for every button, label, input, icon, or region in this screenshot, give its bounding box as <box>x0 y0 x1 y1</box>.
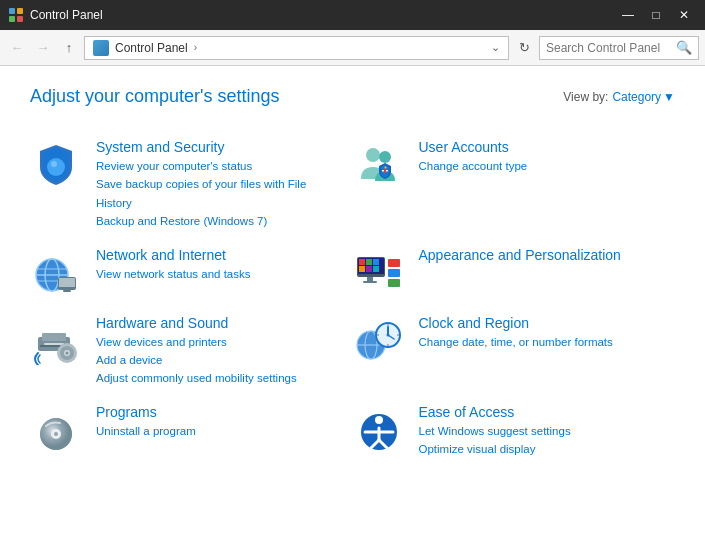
viewby-value[interactable]: Category ▼ <box>612 90 675 104</box>
svg-rect-1 <box>17 8 23 14</box>
clock-region-link-1[interactable]: Change date, time, or number formats <box>419 333 666 351</box>
system-security-link-2[interactable]: Save backup copies of your files with Fi… <box>96 175 343 212</box>
titlebar-buttons: — □ ✕ <box>615 5 697 25</box>
programs-link-1[interactable]: Uninstall a program <box>96 422 343 440</box>
system-security-link-3[interactable]: Backup and Restore (Windows 7) <box>96 212 343 230</box>
svg-point-6 <box>366 148 380 162</box>
ease-of-access-icon <box>353 404 405 456</box>
address-box[interactable]: Control Panel › ⌄ <box>84 36 509 60</box>
appearance-icon <box>353 247 405 299</box>
system-security-text: System and Security Review your computer… <box>96 139 343 231</box>
programs-text: Programs Uninstall a program <box>96 404 343 440</box>
svg-rect-32 <box>388 279 400 287</box>
viewby-label: View by: <box>563 90 608 104</box>
category-network-internet[interactable]: Network and Internet View network status… <box>30 239 353 307</box>
main-content: Adjust your computer's settings View by:… <box>0 66 705 548</box>
svg-point-10 <box>384 167 386 169</box>
svg-rect-2 <box>9 16 15 22</box>
svg-rect-30 <box>388 259 400 267</box>
svg-point-40 <box>66 351 69 354</box>
titlebar: Control Panel — □ ✕ <box>0 0 705 30</box>
address-arrow: › <box>194 42 197 53</box>
svg-rect-29 <box>363 281 377 283</box>
category-system-security[interactable]: System and Security Review your computer… <box>30 131 353 239</box>
network-internet-icon <box>30 247 82 299</box>
category-ease-of-access[interactable]: Ease of Access Let Windows suggest setti… <box>353 396 676 467</box>
svg-rect-23 <box>366 259 372 265</box>
network-internet-link-1[interactable]: View network status and tasks <box>96 265 343 283</box>
search-input[interactable] <box>546 41 672 55</box>
clock-region-name[interactable]: Clock and Region <box>419 315 666 331</box>
user-accounts-link-1[interactable]: Change account type <box>419 157 666 175</box>
svg-point-4 <box>47 158 65 176</box>
user-accounts-text: User Accounts Change account type <box>419 139 666 175</box>
user-accounts-icon <box>353 139 405 191</box>
appearance-text: Appearance and Personalization <box>419 247 666 265</box>
svg-rect-9 <box>384 168 386 173</box>
category-clock-region[interactable]: Clock and Region Change date, time, or n… <box>353 307 676 396</box>
svg-rect-22 <box>359 259 365 265</box>
refresh-button[interactable]: ↻ <box>513 37 535 59</box>
network-internet-text: Network and Internet View network status… <box>96 247 343 283</box>
svg-point-5 <box>51 161 57 167</box>
page-title: Adjust your computer's settings <box>30 86 280 107</box>
system-security-icon <box>30 139 82 191</box>
svg-rect-27 <box>373 266 379 272</box>
ease-of-access-name[interactable]: Ease of Access <box>419 404 666 420</box>
address-icon <box>93 40 109 56</box>
hardware-sound-link-3[interactable]: Adjust commonly used mobility settings <box>96 369 343 387</box>
network-internet-name[interactable]: Network and Internet <box>96 247 343 263</box>
category-appearance[interactable]: Appearance and Personalization <box>353 239 676 307</box>
svg-rect-26 <box>366 266 372 272</box>
category-hardware-sound[interactable]: Hardware and Sound View devices and prin… <box>30 307 353 396</box>
maximize-button[interactable]: □ <box>643 5 669 25</box>
hardware-sound-icon <box>30 315 82 367</box>
svg-rect-0 <box>9 8 15 14</box>
ease-of-access-text: Ease of Access Let Windows suggest setti… <box>419 404 666 459</box>
viewby-control: View by: Category ▼ <box>563 90 675 104</box>
page-header: Adjust your computer's settings View by:… <box>30 86 675 107</box>
svg-rect-28 <box>367 277 373 281</box>
titlebar-title: Control Panel <box>30 8 615 22</box>
svg-point-58 <box>375 416 383 424</box>
svg-rect-19 <box>63 290 71 292</box>
system-security-link-1[interactable]: Review your computer's status <box>96 157 343 175</box>
minimize-button[interactable]: — <box>615 5 641 25</box>
svg-point-7 <box>379 151 391 163</box>
user-accounts-name[interactable]: User Accounts <box>419 139 666 155</box>
back-button[interactable]: ← <box>6 37 28 59</box>
clock-region-icon <box>353 315 405 367</box>
clock-region-text: Clock and Region Change date, time, or n… <box>419 315 666 351</box>
up-button[interactable]: ↑ <box>58 37 80 59</box>
programs-icon <box>30 404 82 456</box>
svg-rect-36 <box>44 343 64 345</box>
forward-button[interactable]: → <box>32 37 54 59</box>
close-button[interactable]: ✕ <box>671 5 697 25</box>
search-box[interactable]: 🔍 <box>539 36 699 60</box>
hardware-sound-text: Hardware and Sound View devices and prin… <box>96 315 343 388</box>
viewby-chevron-icon: ▼ <box>663 90 675 104</box>
hardware-sound-link-1[interactable]: View devices and printers <box>96 333 343 351</box>
category-user-accounts[interactable]: User Accounts Change account type <box>353 131 676 239</box>
svg-rect-3 <box>17 16 23 22</box>
svg-rect-25 <box>359 266 365 272</box>
programs-name[interactable]: Programs <box>96 404 343 420</box>
category-programs[interactable]: Programs Uninstall a program <box>30 396 353 467</box>
svg-rect-18 <box>59 278 75 287</box>
svg-point-56 <box>54 432 58 436</box>
appearance-name[interactable]: Appearance and Personalization <box>419 247 666 263</box>
address-chevron: ⌄ <box>491 41 500 54</box>
svg-rect-24 <box>373 259 379 265</box>
svg-rect-31 <box>388 269 400 277</box>
system-security-name[interactable]: System and Security <box>96 139 343 155</box>
hardware-sound-link-2[interactable]: Add a device <box>96 351 343 369</box>
addressbar: ← → ↑ Control Panel › ⌄ ↻ 🔍 <box>0 30 705 66</box>
ease-of-access-link-1[interactable]: Let Windows suggest settings <box>419 422 666 440</box>
hardware-sound-name[interactable]: Hardware and Sound <box>96 315 343 331</box>
titlebar-icon <box>8 7 24 23</box>
address-text: Control Panel <box>115 41 188 55</box>
categories-grid: System and Security Review your computer… <box>30 131 675 467</box>
search-icon[interactable]: 🔍 <box>676 40 692 55</box>
ease-of-access-link-2[interactable]: Optimize visual display <box>419 440 666 458</box>
svg-rect-34 <box>42 333 66 341</box>
